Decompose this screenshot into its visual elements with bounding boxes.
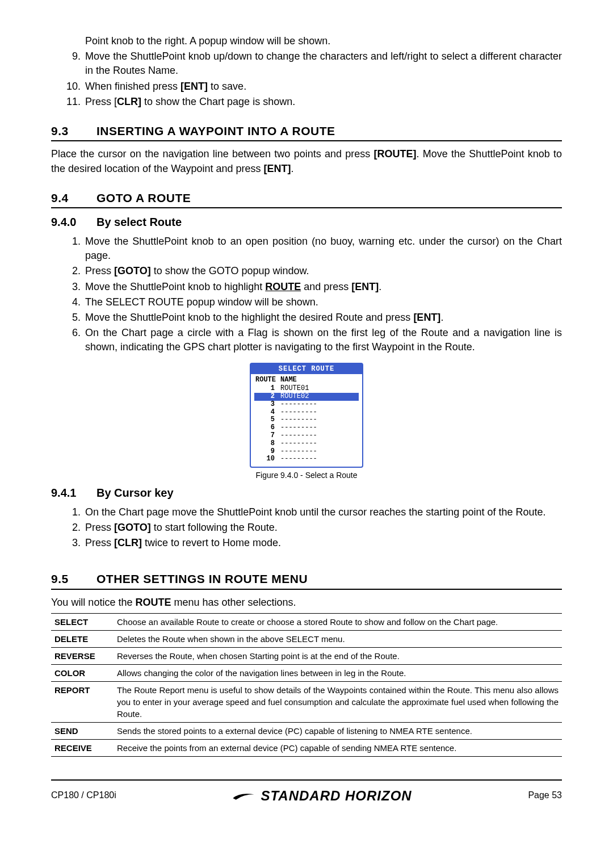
route-name: --------- — [280, 432, 359, 440]
list-number: 10. — [62, 79, 85, 94]
route-row[interactable]: 8--------- — [254, 440, 359, 448]
list-number: 2. — [62, 264, 85, 278]
section-9-5-title: OTHER SETTINGS IN ROUTE MENU — [96, 571, 308, 587]
section-9-4-1-num: 9.4.1 — [51, 485, 96, 501]
section-9-3-para: Place the cursor on the navigation line … — [51, 147, 562, 175]
route-name: --------- — [280, 416, 359, 424]
list-body: When finished press [ENT] to save. — [85, 79, 562, 94]
list-item: 5.Move the ShuttlePoint knob to the high… — [62, 311, 562, 325]
route-row[interactable]: 1ROUTE01 — [254, 385, 359, 393]
list-item: 1.On the Chart page move the ShuttlePoin… — [62, 505, 562, 519]
list-item: 1.Move the ShuttlePoint knob to an open … — [62, 234, 562, 263]
list-item: 4.The SELECT ROUTE popup window will be … — [62, 295, 562, 309]
section-9-5-para: You will notice the ROUTE menu has other… — [51, 596, 562, 610]
setting-value: Reverses the Route, when chosen Starting… — [114, 647, 562, 664]
route-name: ROUTE01 — [280, 385, 359, 393]
section-9-4-heading: 9.4 GOTO A ROUTE — [51, 190, 562, 208]
figure-caption: Figure 9.4.0 - Select a Route — [51, 470, 562, 481]
route-menu-settings-table: SELECTChoose an available Route to creat… — [51, 613, 562, 757]
route-row[interactable]: 3--------- — [254, 401, 359, 409]
table-row: REVERSEReverses the Route, when chosen S… — [51, 647, 562, 664]
list-body: On the Chart page a circle with a Flag i… — [85, 326, 562, 354]
section-9-3-num: 9.3 — [51, 123, 96, 139]
route-number: 9 — [254, 448, 280, 456]
route-row[interactable]: 6--------- — [254, 424, 359, 432]
footer-brand: STANDARD HORIZON — [232, 786, 412, 806]
select-route-window: SELECT ROUTE ROUTE NAME 1ROUTE012ROUTE02… — [250, 363, 363, 468]
select-route-titlebar: SELECT ROUTE — [251, 364, 362, 375]
section-9-4-title: GOTO A ROUTE — [96, 190, 191, 206]
setting-value: Deletes the Route when shown in the abov… — [114, 630, 562, 647]
table-row: REPORTThe Route Report menu is useful to… — [51, 681, 562, 722]
list-number: 9. — [62, 49, 85, 78]
list-body: Press [CLR] twice to revert to Home mode… — [85, 536, 562, 550]
section-9-4-num: 9.4 — [51, 190, 96, 206]
setting-key: DELETE — [51, 630, 114, 647]
section-9-4-0-num: 9.4.0 — [51, 214, 96, 230]
section-9-5-num: 9.5 — [51, 571, 96, 587]
list-item: 10.When finished press [ENT] to save. — [62, 79, 562, 94]
list-item: 6.On the Chart page a circle with a Flag… — [62, 326, 562, 354]
route-name: --------- — [280, 401, 359, 409]
list-item: Point knob to the right. A popup window … — [62, 34, 562, 48]
list-body: Press [GOTO] to show the GOTO popup wind… — [85, 264, 562, 278]
setting-key: REPORT — [51, 681, 114, 722]
route-number: 5 — [254, 416, 280, 424]
list-body: Press [CLR] to show the Chart page is sh… — [85, 95, 562, 109]
route-number: 7 — [254, 432, 280, 440]
section-9-4-1-title: By Cursor key — [96, 485, 174, 501]
col-route: ROUTE — [254, 375, 280, 385]
setting-value: Sends the stored points to a external de… — [114, 722, 562, 739]
list-number: 5. — [62, 311, 85, 325]
setting-key: SEND — [51, 722, 114, 739]
footer-model: CP180 / CP180i — [51, 789, 116, 802]
intro-list: Point knob to the right. A popup window … — [62, 34, 562, 109]
section-9-3-title: INSERTING A WAYPOINT INTO A ROUTE — [96, 123, 335, 139]
list-body: Move the ShuttlePoint knob up/down to ch… — [85, 49, 562, 78]
list-number: 4. — [62, 295, 85, 309]
list-body: Move the ShuttlePoint knob to the highli… — [85, 311, 562, 325]
route-name: ROUTE02 — [280, 393, 359, 401]
setting-value: The Route Report menu is useful to show … — [114, 681, 562, 722]
page-footer: CP180 / CP180i STANDARD HORIZON Page 53 — [51, 781, 562, 806]
route-row[interactable]: 4--------- — [254, 409, 359, 417]
list-number — [62, 34, 85, 48]
route-row[interactable]: 2ROUTE02 — [254, 393, 359, 401]
route-number: 8 — [254, 440, 280, 448]
route-name: --------- — [280, 440, 359, 448]
table-row: COLORAllows changing the color of the na… — [51, 664, 562, 681]
section-9-5-heading: 9.5 OTHER SETTINGS IN ROUTE MENU — [51, 571, 562, 589]
brand-swoosh-icon — [232, 791, 255, 801]
footer-page: Page 53 — [528, 789, 562, 802]
route-name: --------- — [280, 455, 359, 463]
route-number: 3 — [254, 401, 280, 409]
route-row[interactable]: 7--------- — [254, 432, 359, 440]
list-item: 3.Move the ShuttlePoint knob to highligh… — [62, 280, 562, 294]
list-number: 11. — [62, 95, 85, 109]
list-item: 2.Press [GOTO] to show the GOTO popup wi… — [62, 264, 562, 278]
route-name: --------- — [280, 409, 359, 417]
route-row[interactable]: 5--------- — [254, 416, 359, 424]
list-body: Move the ShuttlePoint knob to highlight … — [85, 280, 562, 294]
setting-value: Allows changing the color of the navigat… — [114, 664, 562, 681]
list-item: 9.Move the ShuttlePoint knob up/down to … — [62, 49, 562, 78]
route-row[interactable]: 9--------- — [254, 448, 359, 456]
table-row: SELECTChoose an available Route to creat… — [51, 613, 562, 630]
route-name: --------- — [280, 424, 359, 432]
setting-value: Choose an available Route to create or c… — [114, 613, 562, 630]
list-body: Point knob to the right. A popup window … — [85, 34, 562, 48]
list-item: 11.Press [CLR] to show the Chart page is… — [62, 95, 562, 109]
route-number: 10 — [254, 455, 280, 463]
route-row[interactable]: 10--------- — [254, 455, 359, 463]
list-item: 3.Press [CLR] twice to revert to Home mo… — [62, 536, 562, 550]
setting-value: Receive the points from an external devi… — [114, 739, 562, 756]
list-number: 1. — [62, 505, 85, 519]
route-number: 4 — [254, 409, 280, 417]
figure-9-4-0: SELECT ROUTE ROUTE NAME 1ROUTE012ROUTE02… — [51, 363, 562, 481]
setting-key: RECEIVE — [51, 739, 114, 756]
list-body: On the Chart page move the ShuttlePoint … — [85, 505, 562, 519]
footer-brand-name: STANDARD HORIZON — [261, 786, 412, 806]
route-name: --------- — [280, 448, 359, 456]
list-number: 3. — [62, 280, 85, 294]
setting-key: REVERSE — [51, 647, 114, 664]
